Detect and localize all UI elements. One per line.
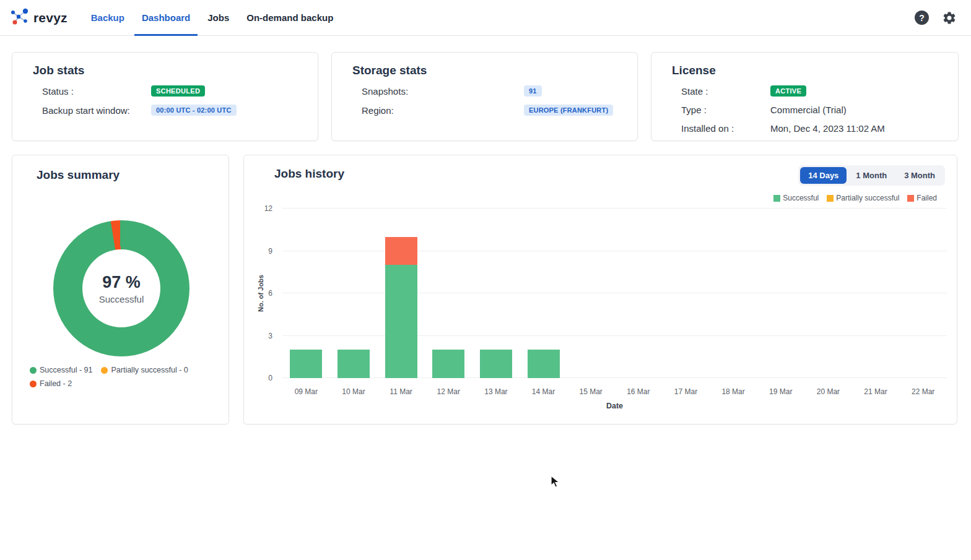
jobs-summary-legend: Successful - 91Partially successful - 0F… — [30, 366, 219, 388]
license-installed-value: Mon, Dec 4, 2023 11:02 AM — [770, 123, 885, 134]
license-type-value: Commercial (Trial) — [770, 105, 847, 115]
bar-12-mar[interactable] — [432, 209, 464, 378]
donut-hole: 97 % Successful — [82, 249, 160, 327]
chart-legend-label: Successful — [783, 194, 819, 202]
snapshots-label: Snapshots: — [362, 86, 524, 97]
legend-square-icon — [907, 195, 914, 202]
legend-label: Failed - 2 — [40, 379, 72, 388]
x-tick-label: 13 Mar — [472, 387, 520, 396]
nav-item-on-demand-backup[interactable]: On-demand backup — [238, 0, 342, 36]
region-badge: EUROPE (FRANKFURT) — [524, 105, 613, 116]
job-stats-card: Job stats Status : SCHEDULED Backup star… — [12, 52, 318, 141]
x-tick-label: 14 Mar — [520, 387, 567, 396]
y-tick-label: 12 — [264, 204, 272, 213]
backup-window-row: Backup start window: 00:00 UTC - 02:00 U… — [42, 105, 318, 116]
main-nav: BackupDashboardJobsOn-demand backup — [82, 0, 342, 36]
bar-segment-successful — [337, 350, 370, 378]
legend-item-partially-successful-0: Partially successful - 0 — [101, 366, 188, 374]
x-tick-label: 20 Mar — [804, 387, 852, 396]
brand[interactable]: revyz — [9, 6, 67, 30]
x-tick-label: 19 Mar — [757, 387, 804, 396]
x-tick-label: 09 Mar — [282, 387, 330, 396]
nav-item-backup[interactable]: Backup — [82, 0, 133, 36]
license-type-label: Type : — [681, 105, 770, 115]
bar-16-mar[interactable] — [622, 209, 655, 378]
x-tick-label: 22 Mar — [899, 387, 947, 396]
bar-18-mar[interactable] — [717, 209, 749, 378]
bar-14-mar[interactable] — [528, 209, 560, 378]
revyz-logo-icon — [9, 6, 31, 30]
success-percent-caption: Successful — [99, 294, 144, 304]
help-icon[interactable]: ? — [915, 11, 929, 25]
mouse-cursor — [550, 475, 562, 491]
x-axis-title: Date — [282, 402, 947, 410]
status-label: Status : — [42, 86, 151, 97]
bar-segment-successful — [480, 350, 512, 378]
nav-item-jobs[interactable]: Jobs — [199, 0, 238, 36]
legend-label: Partially successful - 0 — [111, 366, 188, 374]
bar-17-mar[interactable] — [669, 209, 702, 378]
history-range-toggle: 14 Days1 Month3 Month — [798, 165, 945, 186]
chart-legend-label: Partially successful — [836, 194, 899, 202]
range-button-1-month[interactable]: 1 Month — [848, 167, 895, 184]
bar-segment-failed — [385, 237, 417, 265]
legend-label: Successful - 91 — [40, 366, 92, 374]
bar-21-mar[interactable] — [860, 209, 892, 378]
chart-legend-successful: Successful — [773, 194, 819, 202]
jobs-summary-donut-chart[interactable]: 97 % Successful — [53, 220, 189, 356]
legend-item-failed-2: Failed - 2 — [30, 379, 72, 388]
bar-plot — [282, 209, 947, 378]
bar-11-mar[interactable] — [385, 209, 417, 378]
bar-10-mar[interactable] — [337, 209, 370, 378]
gridline — [282, 377, 947, 378]
storage-stats-card: Storage stats Snapshots: 91 Region: EURO… — [331, 52, 638, 141]
bar-segment-successful — [290, 350, 322, 378]
snapshots-badge: 91 — [524, 85, 542, 97]
gridline — [282, 251, 947, 251]
license-state-label: State : — [681, 86, 770, 97]
legend-square-icon — [827, 195, 834, 202]
x-axis-labels: 09 Mar10 Mar11 Mar12 Mar13 Mar14 Mar15 M… — [282, 387, 947, 397]
license-state-badge: ACTIVE — [770, 85, 806, 97]
status-badge: SCHEDULED — [151, 85, 205, 97]
license-type-row: Type : Commercial (Trial) — [681, 105, 958, 115]
x-tick-label: 11 Mar — [377, 387, 425, 396]
bar-15-mar[interactable] — [575, 209, 607, 378]
region-label: Region: — [362, 105, 524, 116]
chart-legend-partially-successful: Partially successful — [827, 194, 899, 202]
legend-dot-icon — [101, 367, 108, 374]
y-tick-label: 3 — [268, 332, 272, 340]
bar-segment-successful — [385, 265, 417, 378]
nav-item-dashboard[interactable]: Dashboard — [133, 0, 199, 36]
region-row: Region: EUROPE (FRANKFURT) — [362, 105, 637, 116]
brand-name: revyz — [33, 11, 67, 25]
jobs-history-title: Jobs history — [274, 167, 344, 181]
jobs-summary-card: Jobs summary 97 % Successful Successful … — [12, 155, 229, 424]
jobs-summary-title: Jobs summary — [37, 168, 120, 182]
bar-20-mar[interactable] — [812, 209, 844, 378]
stat-cards-row: Job stats Status : SCHEDULED Backup star… — [12, 52, 959, 141]
x-tick-label: 18 Mar — [710, 387, 757, 396]
license-installed-label: Installed on : — [681, 123, 770, 134]
x-tick-label: 21 Mar — [852, 387, 900, 396]
nav-right: ? — [915, 10, 957, 26]
bar-segment-successful — [432, 350, 464, 378]
y-tick-label: 0 — [268, 374, 272, 382]
bar-09-mar[interactable] — [290, 209, 322, 378]
status-row: Status : SCHEDULED — [42, 85, 318, 97]
license-title: License — [672, 64, 958, 77]
range-button-3-month[interactable]: 3 Month — [896, 167, 943, 184]
bar-22-mar[interactable] — [907, 209, 939, 378]
bar-13-mar[interactable] — [480, 209, 512, 378]
legend-dot-icon — [30, 381, 37, 387]
range-button-14-days[interactable]: 14 Days — [800, 167, 847, 184]
x-tick-label: 17 Mar — [662, 387, 710, 396]
chart-legend-failed: Failed — [907, 194, 937, 202]
license-installed-row: Installed on : Mon, Dec 4, 2023 11:02 AM — [681, 123, 958, 134]
gridline — [282, 335, 947, 336]
bar-19-mar[interactable] — [765, 209, 797, 378]
license-card: License State : ACTIVE Type : Commercial… — [651, 52, 959, 141]
gear-icon[interactable] — [941, 10, 957, 26]
top-navbar: revyz BackupDashboardJobsOn-demand backu… — [0, 0, 971, 36]
x-tick-label: 10 Mar — [330, 387, 378, 396]
